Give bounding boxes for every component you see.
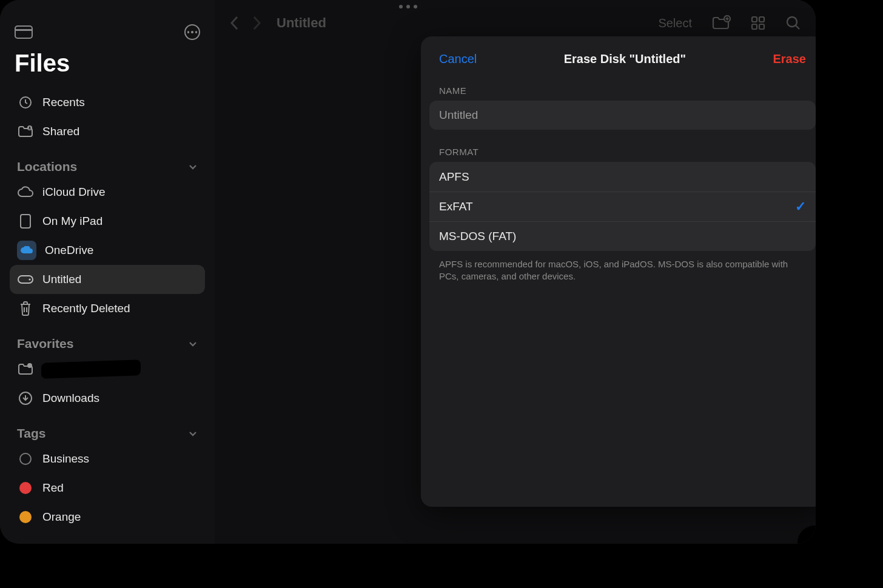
format-option-exfat[interactable]: ExFAT ✓	[429, 192, 816, 221]
window-handle-dots	[399, 5, 417, 8]
erase-button[interactable]: Erase	[773, 52, 806, 66]
format-option-msdos[interactable]: MS-DOS (FAT)	[429, 221, 816, 251]
sidebar-item-downloads[interactable]: Downloads	[10, 384, 205, 413]
svg-point-6	[27, 363, 32, 368]
chevron-down-icon	[188, 339, 198, 349]
sidebar-item-label: Red	[42, 481, 198, 495]
app-window: Files Recents Shared Locations iCloud Dr…	[0, 0, 816, 544]
window-icon[interactable]	[15, 25, 33, 39]
sidebar-item-untitled[interactable]: Untitled	[10, 265, 205, 294]
format-option-apfs[interactable]: APFS	[429, 162, 816, 192]
sidebar-tag-red[interactable]: Red	[10, 473, 205, 503]
sidebar-item-label: Business	[42, 452, 198, 466]
ipad-icon	[17, 213, 34, 230]
format-option-label: ExFAT	[439, 200, 473, 213]
disk-name-input[interactable]	[429, 101, 816, 130]
section-header-favorites[interactable]: Favorites	[10, 323, 205, 355]
content-area: Untitled Select Cancel Erase Disk "Untit…	[215, 0, 816, 544]
svg-rect-3	[21, 215, 30, 228]
format-help-text: APFS is recommended for macOS, iOS, and …	[421, 251, 816, 283]
sidebar-item-onedrive[interactable]: OneDrive	[10, 236, 205, 265]
erase-disk-modal: Cancel Erase Disk "Untitled" Erase NAME …	[421, 36, 816, 507]
cancel-button[interactable]: Cancel	[439, 52, 477, 66]
sidebar-item-onmyipad[interactable]: On My iPad	[10, 207, 205, 236]
sidebar-item-recently-deleted[interactable]: Recently Deleted	[10, 294, 205, 323]
tag-circle-icon	[17, 450, 34, 467]
sidebar-tag-business[interactable]: Business	[10, 444, 205, 473]
section-label: Locations	[17, 159, 77, 174]
sidebar-item-label: Downloads	[42, 392, 198, 405]
sidebar-item-label: Orange	[42, 510, 198, 524]
svg-point-5	[29, 278, 30, 280]
folder-shared-icon	[17, 123, 34, 140]
format-list: APFS ExFAT ✓ MS-DOS (FAT)	[429, 162, 816, 251]
format-option-label: APFS	[439, 170, 469, 184]
chevron-down-icon	[188, 429, 198, 438]
format-section-label: FORMAT	[421, 130, 816, 162]
sidebar-item-label: Untitled	[42, 273, 198, 286]
name-section-label: NAME	[421, 77, 816, 101]
sidebar-item-label: iCloud Drive	[42, 185, 198, 199]
sidebar-tag-orange[interactable]: Orange	[10, 503, 205, 532]
tag-red-icon	[17, 479, 34, 496]
sidebar-item-label: Shared	[42, 125, 198, 138]
svg-point-2	[29, 127, 31, 129]
chevron-down-icon	[188, 162, 198, 172]
sidebar-item-label: Recently Deleted	[42, 302, 198, 315]
section-header-locations[interactable]: Locations	[10, 146, 205, 178]
format-option-label: MS-DOS (FAT)	[439, 230, 516, 243]
sidebar: Files Recents Shared Locations iCloud Dr…	[0, 0, 215, 544]
sidebar-item-label: OneDrive	[45, 244, 198, 257]
more-options-button[interactable]	[184, 24, 200, 40]
trash-icon	[17, 300, 34, 317]
checkmark-icon: ✓	[795, 199, 806, 215]
drive-icon	[17, 271, 34, 288]
section-label: Favorites	[17, 336, 73, 351]
modal-title: Erase Disk "Untitled"	[564, 52, 686, 66]
sidebar-item-shared[interactable]: Shared	[10, 117, 205, 146]
tag-orange-icon	[17, 509, 34, 526]
cloud-icon	[17, 184, 34, 201]
app-title: Files	[10, 45, 205, 88]
sidebar-item-label: Recents	[42, 96, 198, 109]
download-icon	[17, 390, 34, 407]
sidebar-item-label: On My iPad	[42, 215, 198, 228]
clock-icon	[17, 94, 34, 111]
folder-shared-icon	[17, 361, 34, 378]
sidebar-item-favorite-redacted[interactable]	[10, 355, 205, 384]
section-label: Tags	[17, 426, 45, 441]
sidebar-item-icloud[interactable]: iCloud Drive	[10, 178, 205, 207]
section-header-tags[interactable]: Tags	[10, 413, 205, 444]
onedrive-icon	[17, 241, 36, 260]
sidebar-item-recents[interactable]: Recents	[10, 88, 205, 117]
redacted-label	[42, 361, 139, 378]
